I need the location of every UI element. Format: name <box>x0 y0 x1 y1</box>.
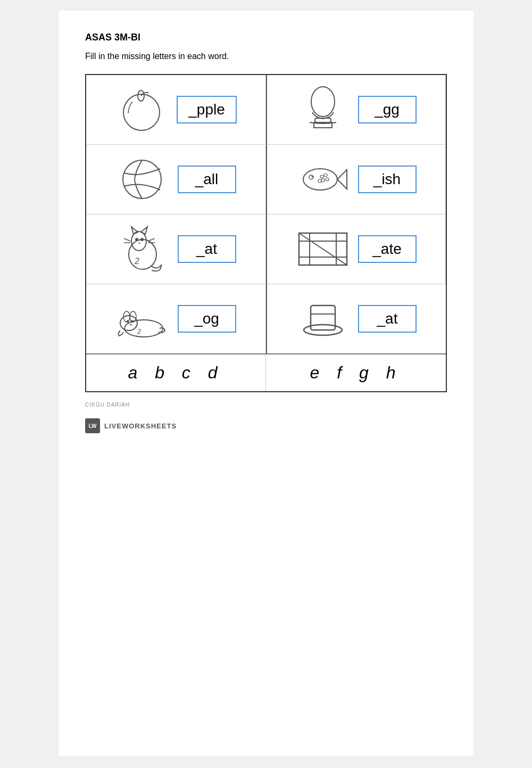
cell-fish: _ish <box>266 144 446 214</box>
cat-image: 2 <box>116 225 169 273</box>
apple-word-box[interactable]: _pple <box>177 96 237 123</box>
egg-image <box>296 86 350 134</box>
apple-image <box>115 86 168 134</box>
footer-row: a b c d e f g h <box>86 353 446 391</box>
worksheet-box: _pple _gg <box>85 74 447 392</box>
gate-word-box[interactable]: _ate <box>358 235 417 263</box>
brand-name: LIVEWORKSHEETS <box>104 422 177 430</box>
worksheet-page: ASAS 3M-BI Fill in the missing letters i… <box>59 11 473 756</box>
svg-point-27 <box>124 320 163 337</box>
author-label: CIKGU DARIAH <box>85 402 447 408</box>
svg-point-19 <box>140 238 144 241</box>
svg-point-32 <box>131 320 134 323</box>
cell-gate: _ate <box>266 214 446 284</box>
svg-point-10 <box>324 174 327 177</box>
egg-word-box[interactable]: _gg <box>358 96 417 123</box>
hat-word-box[interactable]: _at <box>358 305 417 333</box>
footer-left: a b c d <box>86 354 266 391</box>
svg-marker-16 <box>131 227 138 234</box>
cell-cat: 2 _at <box>86 214 266 284</box>
svg-marker-17 <box>141 227 147 234</box>
svg-point-18 <box>135 238 138 241</box>
instructions: Fill in the missing letters in each word… <box>85 52 447 61</box>
svg-point-2 <box>311 87 335 117</box>
ball-image <box>116 155 169 203</box>
fish-word-box[interactable]: _ish <box>358 166 417 193</box>
cat-word-box[interactable]: _at <box>178 235 236 263</box>
svg-point-9 <box>320 175 323 178</box>
cell-apple: _pple <box>86 75 266 144</box>
fish-image <box>296 155 350 203</box>
svg-point-14 <box>129 240 156 269</box>
cell-ball: _all <box>86 144 266 214</box>
worksheet-grid: _pple _gg <box>86 75 446 353</box>
page-title: ASAS 3M-BI <box>85 32 447 43</box>
ball-word-box[interactable]: _all <box>178 166 236 193</box>
svg-point-13 <box>318 179 321 183</box>
dog-word-box[interactable]: _og <box>178 305 236 333</box>
svg-point-0 <box>123 94 160 130</box>
svg-point-11 <box>321 179 325 182</box>
footer-right: e f g h <box>266 354 446 391</box>
hat-image <box>296 295 350 343</box>
branding-bar: LW LIVEWORKSHEETS <box>85 418 447 433</box>
svg-text:2: 2 <box>137 327 142 335</box>
svg-rect-34 <box>311 305 335 330</box>
svg-point-12 <box>326 178 329 181</box>
svg-point-5 <box>123 160 161 199</box>
brand-logo-icon: LW <box>85 418 100 433</box>
cell-egg: _gg <box>266 75 446 144</box>
gate-image <box>296 225 350 273</box>
svg-line-26 <box>299 233 347 265</box>
dog-image: 2 <box>116 295 169 343</box>
svg-text:2: 2 <box>134 257 139 266</box>
svg-point-31 <box>127 320 129 323</box>
cell-dog: 2 _og <box>86 284 266 353</box>
svg-point-8 <box>311 176 313 178</box>
cell-hat: _at <box>266 284 446 353</box>
